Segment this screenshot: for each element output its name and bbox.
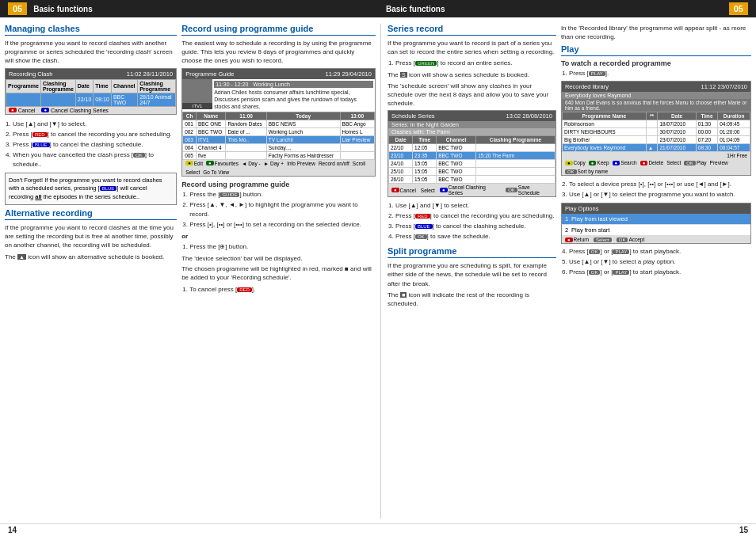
record-guide-sub-title: Record using programme guide — [181, 181, 376, 188]
header-left-title: Basic functions — [33, 5, 92, 13]
series-record-title: Series record — [388, 24, 556, 36]
play-title: Play — [561, 44, 751, 56]
series-step-1: Press [GREEN] to record an entire series… — [395, 59, 556, 68]
clash-col-clashing-prog: Clashing Programme — [138, 79, 176, 93]
header-right-num: 05 — [729, 2, 748, 15]
header-right-title: Basic functions — [386, 5, 445, 13]
library-title: Recorded library — [565, 83, 609, 90]
alt-steps: Press the [⊕] button. — [189, 242, 376, 252]
series-schedule-note: The 'schedule screen' will show any clas… — [388, 82, 556, 108]
note-box: Don't Forget! If the programme you want … — [5, 173, 177, 206]
managing-step-4: When you have cancelled the clash press … — [13, 150, 177, 169]
clash-box-title: Recording Clash — [9, 70, 52, 78]
library-time: 11:12 23/07/2010 — [701, 83, 747, 90]
clash-col-time: Time — [94, 79, 112, 93]
series-step-d: Press [OK] to save the schedule. — [395, 232, 556, 241]
cancel-step-1: To cancel press [RED]. — [189, 285, 376, 295]
cancel-step: To cancel press [RED]. — [189, 285, 376, 295]
library-row-selected: Everybody loves Raymond▲21/07/201008:300… — [562, 144, 750, 152]
series-step-b: Press [RED] to cancel the recording you … — [395, 211, 556, 221]
record-guide-steps: Press the [GUIDE] button. Press [▲, ▼, ◄… — [189, 190, 376, 230]
clash-table: Programme ClashingProgramme Date Time Ch… — [6, 79, 176, 107]
guide-box: Programme Guide 11:29 29/04/2010 ITV1 11… — [181, 68, 376, 177]
guide-right-content: 11:30 - 12:20 Working Lunch Adrian Chile… — [212, 79, 375, 112]
clash-box-header: Recording Clash 11:02 28/11/2010 — [6, 69, 176, 79]
guide-desc: Adrian Chiles hosts consumer affairs lun… — [214, 89, 373, 110]
play-sub-title: To watch a recorded programme — [561, 59, 751, 67]
clash-box: Recording Clash 11:02 28/11/2010 Program… — [5, 68, 177, 115]
record-guide-step-3: Press [•], [••] or [•••] to set a record… — [189, 220, 376, 230]
library-row: Robinsonson18/07/201001:3004:09:45 — [562, 120, 750, 128]
library-row: Big Brother23/07/201007:2001:04:09 — [562, 136, 750, 144]
play-option-1-num: 1 — [565, 215, 568, 222]
record-guide-intro: The easiest way to schedule a recording … — [181, 39, 376, 66]
play-box: Play Options 1 Play from last viewed 2 P… — [561, 203, 751, 244]
schedule-box: Schedule Series 13:02 28/08/2010 Series:… — [388, 110, 556, 197]
library-free: 1Hr Free — [562, 152, 750, 159]
footer-page-left: 14 — [8, 526, 17, 534]
guide-row: 002BBC TWODate of ...Working LunchHomes … — [183, 127, 375, 135]
col4: In the 'Recorded library' the programme … — [561, 24, 751, 519]
play-footer: ●Return Select OKAccept — [562, 236, 750, 243]
clash-row: 22/10 08:10 BBC TWO 28/10 Animal 24/7 — [6, 93, 176, 106]
highlight-note: The chosen programme will be highlighted… — [181, 264, 376, 282]
header-right: Basic functions 05 — [378, 0, 756, 17]
play-option-2[interactable]: 2 Play from start — [562, 225, 750, 236]
library-sub2: 640 Mon Daf Evans is so anxious that he … — [562, 99, 750, 112]
series-step-c: Press [BLUE] to cancel the clashing sche… — [395, 222, 556, 231]
clash-col-date: Date — [75, 79, 94, 93]
split-programme-note: The ■ icon will indicate the rest of the… — [388, 291, 556, 308]
play-step-6: Press [OK] or [PLAY] to start playback. — [569, 268, 751, 277]
play-steps2: To select a device press [•], [••] or [•… — [569, 180, 751, 200]
guide-header: Programme Guide 11:29 29/04/2010 — [182, 69, 375, 79]
managing-step-1: Use [▲] and [▼] to select. — [13, 120, 177, 129]
split-programme-intro: If the programme you are scheduling is s… — [388, 261, 556, 288]
managing-clashes-title: Managing clashes — [5, 24, 177, 36]
schedule-row: 22/1012:05BBC TWO — [388, 144, 555, 152]
play-step1: Press [PLAY]. — [569, 69, 751, 78]
clash-col-clashing: ClashingProgramme — [40, 79, 75, 93]
left-half: Managing clashes If the programme you wa… — [5, 24, 376, 519]
play-option-2-num: 2 — [565, 226, 568, 234]
header-left: 05 Basic functions — [0, 0, 378, 17]
managing-clashes-intro: If the programme you want to record clas… — [5, 39, 177, 66]
library-row: DIRTY NEIGHBOURS30/07/201000:0001:20:00 — [562, 128, 750, 136]
record-guide-step-1: Press the [GUIDE] button. — [189, 190, 376, 200]
guide-table: Ch Name 11:00 Today 13:00 001BBC ONERand… — [182, 112, 375, 160]
alternative-recording-intro: If the programme you want to record clas… — [5, 223, 177, 250]
btn-blue-cancel: ● — [41, 108, 49, 112]
play-option-1[interactable]: 1 Play from last viewed — [562, 214, 750, 225]
btn-red-cancel: ● — [9, 108, 17, 112]
library-footer: ●Copy ●Keep ●Search ●Delete Select OKPla… — [562, 159, 750, 175]
schedule-row: 26/1015:05BBC TWO — [388, 176, 555, 184]
guide-row: 005fiveFactry Forms as Hairdresser — [183, 151, 375, 159]
guide-row: 001BBC ONERandom DatesBBC NEWSBBC Ango — [183, 120, 375, 127]
play-step-4: Press [OK] or [PLAY] to start playback. — [569, 247, 751, 257]
play-box-header: Play Options — [562, 203, 750, 214]
schedule-sub1: Series: In the Night Garden — [388, 121, 556, 128]
footer-page-right: 15 — [739, 526, 748, 534]
schedule-table: Date Time Channel Clashing Programme 22/… — [388, 135, 556, 184]
device-note: The 'device selection' bar will be displ… — [181, 254, 376, 263]
schedule-date: 13:02 28/08/2010 — [506, 112, 552, 120]
play-step-1: Press [PLAY]. — [569, 69, 751, 78]
alternative-recording-title: Alternative recording — [5, 208, 177, 220]
schedule-row: 24/1015:05BBC TWO — [388, 160, 555, 168]
guide-footer: ●Edit ●Favourites ◄ Day - ► Day + Info P… — [182, 160, 375, 176]
guide-date: 11:29 29/04/2010 — [326, 70, 372, 78]
clash-box-time: 11:02 28/11/2010 — [127, 70, 173, 78]
schedule-row-selected: 23/1023:35BBC TWO15:20 The Farm — [388, 152, 555, 160]
col2: Record using programme guide The easiest… — [181, 24, 376, 519]
clash-col-programme: Programme — [6, 79, 41, 93]
guide-row-selected: 003ITV1This Mo..TV LunchtiLiar Preview — [183, 135, 375, 143]
alt-step-1: Press the [⊕] button. — [189, 242, 376, 252]
library-note: In the 'Recorded library' the programme … — [561, 24, 751, 41]
footer-bar: 14 15 — [0, 523, 756, 536]
alternative-recording-note: The ▲ icon will show an alternative sche… — [5, 253, 177, 261]
managing-step-3: Press [BLUE] to cancel the clashing sche… — [13, 140, 177, 150]
or-text: or — [181, 232, 376, 241]
play-step-5: Use [▲] or [▼] to select a play option. — [569, 257, 751, 267]
guide-time-row: 11:30 - 12:20 Working Lunch — [214, 81, 373, 88]
record-guide-step-2: Press [▲, ▼, ◄, ►] to highlight the prog… — [189, 200, 376, 219]
main-content: Managing clashes If the programme you wa… — [0, 17, 756, 523]
